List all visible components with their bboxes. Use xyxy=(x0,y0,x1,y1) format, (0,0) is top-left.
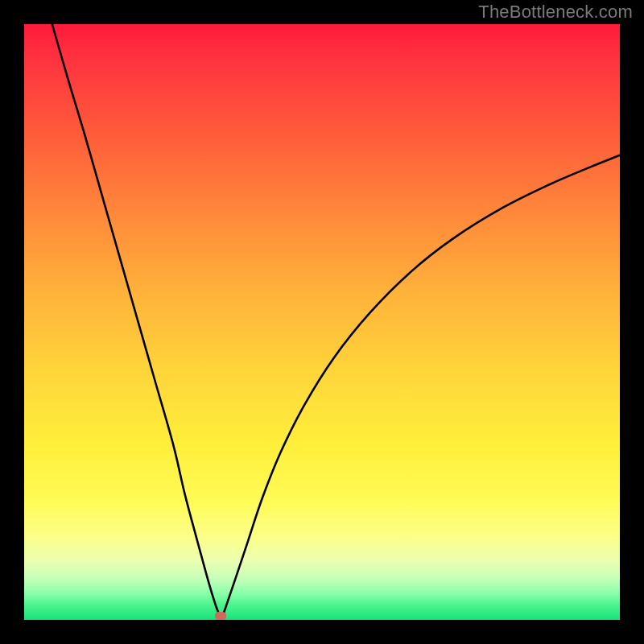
plot-area xyxy=(24,24,620,620)
minimum-marker xyxy=(215,612,226,620)
curve-right-branch xyxy=(221,155,620,617)
chart-frame: TheBottleneck.com xyxy=(0,0,644,644)
bottleneck-curve xyxy=(24,24,620,620)
watermark-text: TheBottleneck.com xyxy=(478,2,633,23)
curve-left-branch xyxy=(52,24,221,617)
